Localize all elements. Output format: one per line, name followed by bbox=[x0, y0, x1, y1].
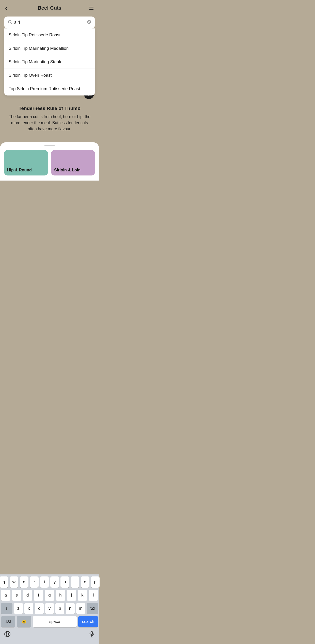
tenderness-section: Tenderness Rule of Thumb The farther a c… bbox=[0, 95, 99, 137]
drag-handle bbox=[44, 145, 55, 146]
card-label: Sirloin & Loin bbox=[54, 168, 81, 172]
tenderness-body: The farther a cut is from hoof, horn or … bbox=[8, 114, 91, 132]
suggestion-item[interactable]: Sirloin Tip Marinating Steak bbox=[4, 55, 95, 69]
card-item[interactable]: Hip & Round bbox=[4, 150, 48, 175]
clear-icon[interactable] bbox=[87, 20, 91, 25]
search-bar bbox=[4, 17, 95, 28]
card-item[interactable]: Sirloin & Loin bbox=[51, 150, 95, 175]
suggestion-item[interactable]: Sirloin Tip Rotisserie Roast bbox=[4, 28, 95, 42]
search-input[interactable] bbox=[14, 20, 85, 25]
page-title: Beef Cuts bbox=[38, 5, 61, 11]
cards-section: Hip & RoundSirloin & Loin bbox=[0, 142, 99, 181]
tenderness-title: Tenderness Rule of Thumb bbox=[8, 106, 91, 111]
suggestion-item[interactable]: Sirloin Tip Oven Roast bbox=[4, 69, 95, 82]
suggestion-item[interactable]: Sirloin Tip Marinating Medallion bbox=[4, 42, 95, 55]
nav-bar: ‹ Beef Cuts ☰ bbox=[0, 0, 99, 14]
suggestion-item[interactable]: Top Sirloin Premium Rotisserie Roast bbox=[4, 82, 95, 95]
cards-row: Hip & RoundSirloin & Loin bbox=[4, 150, 95, 175]
search-icon bbox=[8, 20, 12, 25]
back-button[interactable]: ‹ bbox=[5, 4, 14, 12]
svg-line-1 bbox=[11, 23, 12, 24]
card-label: Hip & Round bbox=[7, 168, 32, 172]
suggestions-dropdown: Sirloin Tip Rotisserie RoastSirloin Tip … bbox=[4, 28, 95, 95]
menu-button[interactable]: ☰ bbox=[85, 5, 94, 11]
